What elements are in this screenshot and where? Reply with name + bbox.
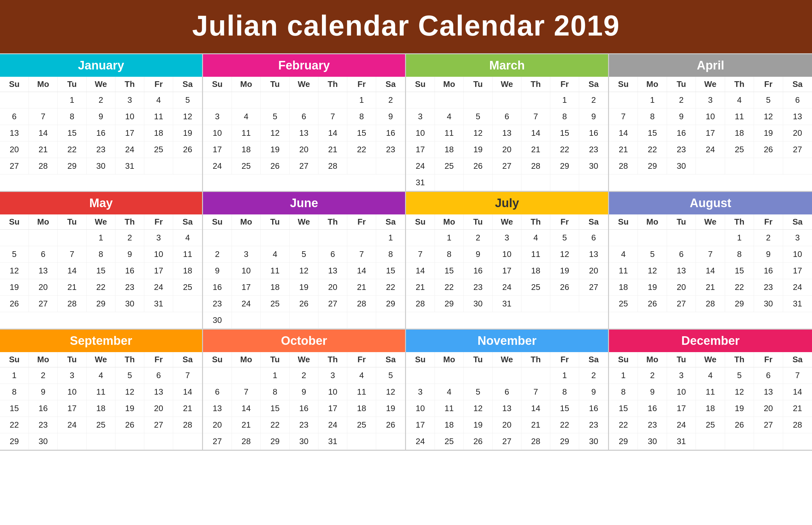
day-cell: 23	[754, 279, 783, 296]
day-cell: 27	[29, 296, 58, 312]
day-cell: 29	[0, 433, 29, 450]
day-cell: 27	[318, 296, 347, 312]
day-cell: 21	[232, 417, 261, 433]
empty-day	[435, 92, 464, 108]
day-cell: 7	[318, 108, 347, 125]
day-cell: 12	[725, 384, 754, 400]
day-cell: 23	[203, 296, 232, 312]
day-cell: 4	[435, 384, 464, 400]
empty-day	[203, 230, 232, 246]
day-cell: 20	[493, 417, 522, 433]
day-cell: 8	[638, 108, 667, 125]
day-cell: 28	[318, 158, 347, 175]
day-cell: 25	[232, 158, 261, 175]
empty-day	[696, 158, 725, 175]
day-cell: 6	[783, 92, 812, 108]
dow-row-mar: SuMoTuWeThFrSa	[406, 77, 608, 92]
day-cell: 9	[376, 108, 405, 125]
day-cell: 25	[144, 141, 173, 158]
day-cell: 30	[29, 433, 58, 450]
month-header-sep: September	[0, 330, 202, 352]
empty-day	[609, 92, 638, 108]
month-header-nov: November	[406, 330, 608, 352]
dow-label: Tu	[261, 214, 290, 229]
empty-day	[376, 158, 405, 175]
dow-label: Th	[522, 352, 550, 367]
day-cell: 3	[493, 230, 522, 246]
dow-label: Tu	[58, 77, 87, 92]
dow-label: Fr	[550, 352, 579, 367]
day-cell: 26	[725, 417, 754, 433]
day-cell: 17	[493, 262, 522, 279]
day-cell: 26	[376, 417, 405, 433]
day-cell: 26	[550, 279, 579, 296]
day-cell: 21	[522, 141, 550, 158]
dow-label: Mo	[638, 77, 667, 92]
day-cell: 21	[318, 141, 347, 158]
empty-day	[696, 433, 725, 450]
dow-label: Tu	[464, 77, 493, 92]
day-cell: 28	[522, 158, 550, 175]
day-cell: 17	[406, 417, 435, 433]
day-cell: 20	[783, 125, 812, 141]
day-cell: 2	[203, 246, 232, 262]
empty-day	[347, 230, 376, 246]
days-grid-jun: 1234567891011121314151617181920212223242…	[203, 230, 405, 329]
day-cell: 23	[667, 141, 696, 158]
day-cell: 26	[464, 158, 493, 175]
dow-row-jan: SuMoTuWeThFrSa	[0, 77, 202, 92]
day-cell: 5	[754, 92, 783, 108]
day-cell: 10	[318, 384, 347, 400]
day-cell: 18	[725, 125, 754, 141]
dow-label: Mo	[638, 214, 667, 229]
day-cell: 27	[493, 433, 522, 450]
dow-label: We	[87, 352, 116, 367]
day-cell: 30	[290, 433, 318, 450]
dow-label: Su	[0, 77, 29, 92]
day-cell: 19	[0, 279, 29, 296]
calendar-grid: JanuarySuMoTuWeThFrSa1234567891011121314…	[0, 53, 812, 451]
month-header-oct: October	[203, 330, 405, 352]
dow-row-apr: SuMoTuWeThFrSa	[609, 77, 812, 92]
dow-label: Sa	[579, 77, 608, 92]
day-cell: 9	[579, 384, 608, 400]
day-cell: 19	[725, 400, 754, 417]
day-cell: 18	[232, 141, 261, 158]
empty-day	[232, 368, 261, 384]
empty-day	[435, 175, 464, 191]
day-cell: 21	[58, 279, 87, 296]
day-cell: 22	[376, 279, 405, 296]
day-cell: 20	[493, 141, 522, 158]
day-cell: 26	[290, 296, 318, 312]
day-cell: 28	[58, 296, 87, 312]
dow-label: Sa	[376, 352, 405, 367]
day-cell: 25	[609, 296, 638, 312]
day-cell: 11	[725, 108, 754, 125]
month-header-may: May	[0, 192, 202, 214]
dow-row-jul: SuMoTuWeThFrSa	[406, 214, 608, 230]
day-cell: 29	[609, 433, 638, 450]
empty-day	[522, 92, 550, 108]
dow-label: Sa	[376, 214, 405, 229]
day-cell: 11	[232, 125, 261, 141]
empty-day	[29, 230, 58, 246]
dow-label: Su	[406, 214, 435, 229]
day-cell: 11	[173, 246, 202, 262]
day-cell: 13	[754, 384, 783, 400]
day-cell: 29	[435, 296, 464, 312]
day-cell: 16	[638, 400, 667, 417]
day-cell: 3	[783, 230, 812, 246]
day-cell: 21	[609, 141, 638, 158]
month-header-jun: June	[203, 192, 405, 214]
month-sep: SeptemberSuMoTuWeThFrSa12345678910111213…	[0, 330, 203, 451]
day-cell: 1	[609, 368, 638, 384]
day-cell: 28	[696, 296, 725, 312]
day-cell: 29	[87, 296, 116, 312]
day-cell: 2	[579, 368, 608, 384]
day-cell: 23	[464, 279, 493, 296]
day-cell: 15	[435, 262, 464, 279]
page-title: Julian calendar Calendar 2019	[0, 0, 812, 53]
day-cell: 30	[579, 158, 608, 175]
day-cell: 5	[290, 246, 318, 262]
day-cell: 28	[173, 417, 202, 433]
